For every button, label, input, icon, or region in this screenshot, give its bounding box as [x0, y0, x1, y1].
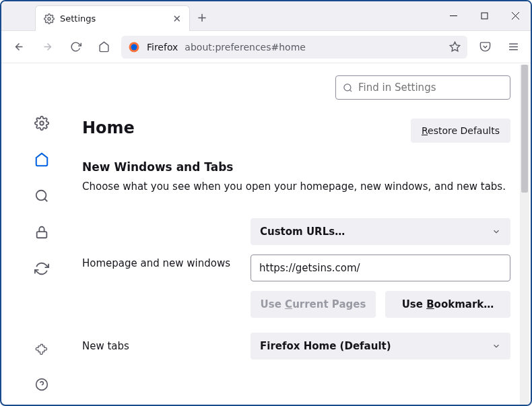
- new-tab-button[interactable]: +: [190, 4, 214, 30]
- homepage-mode-value: Custom URLs…: [260, 226, 345, 238]
- tab-title: Settings: [60, 13, 96, 24]
- chevron-down-icon: [492, 341, 501, 351]
- browser-tab[interactable]: Settings ✕: [35, 5, 190, 31]
- search-icon: [343, 83, 353, 93]
- newtabs-mode-select[interactable]: Firefox Home (Default): [251, 333, 510, 360]
- svg-line-10: [44, 199, 47, 201]
- section-description: Choose what you see when you open your h…: [82, 180, 510, 193]
- window-titlebar: Settings ✕ +: [1, 1, 531, 31]
- sidebar-extensions-icon[interactable]: [32, 339, 51, 358]
- home-button[interactable]: [93, 36, 114, 58]
- minimize-button[interactable]: [438, 1, 469, 30]
- homepage-mode-select[interactable]: Custom URLs…: [251, 218, 510, 245]
- svg-point-9: [36, 191, 46, 201]
- url-identity-label: Firefox: [147, 42, 178, 53]
- reload-button[interactable]: [65, 36, 86, 58]
- svg-point-8: [40, 121, 44, 125]
- sidebar-sync-icon[interactable]: [32, 259, 51, 278]
- settings-search-input[interactable]: [358, 81, 503, 94]
- homepage-label: Homepage and new windows: [82, 218, 237, 269]
- pocket-button[interactable]: [474, 36, 496, 58]
- homepage-url-input[interactable]: [251, 255, 510, 281]
- close-icon[interactable]: ✕: [172, 13, 181, 25]
- app-menu-button[interactable]: [502, 36, 524, 58]
- gear-icon: [44, 13, 55, 24]
- url-bar[interactable]: Firefox about:preferences#home: [121, 36, 467, 59]
- preferences-main: Home Restore Defaults New Windows and Ta…: [82, 63, 531, 405]
- maximize-button[interactable]: [469, 1, 500, 30]
- window-controls: [438, 1, 531, 30]
- settings-search[interactable]: [335, 75, 510, 100]
- sidebar-help-icon[interactable]: [32, 375, 51, 394]
- svg-rect-1: [481, 13, 488, 19]
- sidebar-general-icon[interactable]: [32, 114, 51, 133]
- svg-line-15: [350, 90, 352, 92]
- svg-marker-4: [450, 42, 459, 50]
- svg-point-3: [131, 44, 137, 50]
- category-sidebar: [1, 63, 82, 405]
- newtabs-label: New tabs: [82, 340, 237, 352]
- sidebar-privacy-icon[interactable]: [32, 223, 51, 242]
- homepage-row: Homepage and new windows Custom URLs… Us…: [82, 218, 510, 318]
- svg-rect-11: [37, 232, 47, 238]
- newtabs-row: New tabs Firefox Home (Default): [82, 333, 510, 360]
- svg-point-14: [344, 83, 351, 90]
- preferences-content: Home Restore Defaults New Windows and Ta…: [1, 63, 531, 405]
- firefox-logo-icon: [128, 41, 140, 53]
- section-heading: New Windows and Tabs: [82, 160, 510, 174]
- newtabs-mode-value: Firefox Home (Default): [260, 340, 391, 352]
- back-button[interactable]: [8, 36, 30, 58]
- browser-toolbar: Firefox about:preferences#home: [1, 31, 531, 63]
- restore-defaults-button[interactable]: Restore Defaults: [411, 119, 510, 143]
- use-bookmark-button[interactable]: Use Bookmark…: [385, 291, 510, 318]
- sidebar-home-icon[interactable]: [32, 150, 51, 169]
- forward-button: [36, 36, 58, 58]
- close-window-button[interactable]: [500, 1, 531, 30]
- page-title: Home: [82, 119, 135, 137]
- sidebar-search-icon[interactable]: [32, 187, 51, 205]
- chevron-down-icon: [492, 227, 501, 236]
- svg-point-0: [48, 18, 51, 20]
- bookmark-star-icon[interactable]: [449, 41, 461, 53]
- use-current-pages-button: Use Current Pages: [251, 291, 376, 318]
- url-text: about:preferences#home: [185, 42, 306, 53]
